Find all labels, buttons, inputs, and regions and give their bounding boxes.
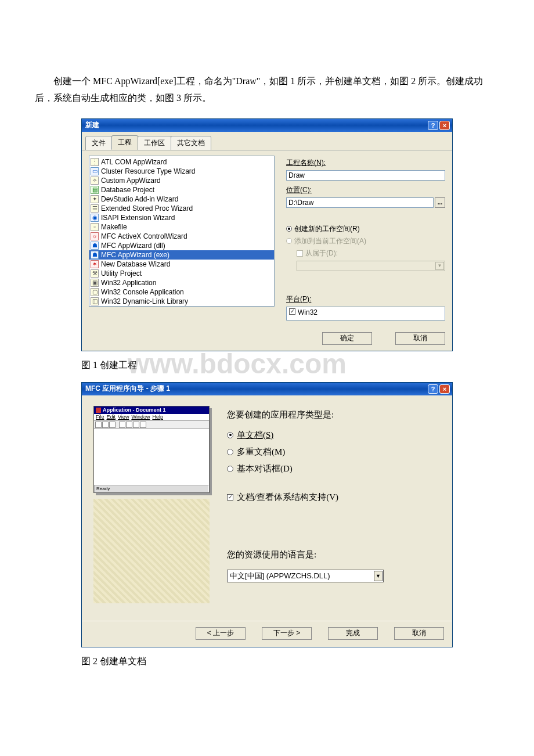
location-input[interactable]: D:\Draw — [286, 197, 434, 208]
back-button[interactable]: < 上一步 — [196, 627, 246, 640]
list-item: ◉ISAPI Extension Wizard — [89, 213, 274, 222]
dependency-dropdown: ▼ — [297, 261, 445, 271]
close-button[interactable]: × — [439, 384, 450, 394]
platform-label: 平台(P): — [286, 294, 445, 304]
list-item: ⚒Utility Project — [89, 269, 274, 278]
list-item: ☼MFC ActiveX ControlWizard — [89, 232, 274, 241]
mfc-wizard-dialog: MFC 应用程序向导 - 步骤 1 ? × Application - Docu… — [81, 382, 453, 647]
tab-other[interactable]: 其它文档 — [171, 136, 211, 150]
preview-titlebar: Application - Document 1 — [94, 406, 209, 414]
chevron-down-icon: ▼ — [435, 262, 444, 270]
dlg2-titlebar: MFC 应用程序向导 - 步骤 1 ? × — [82, 383, 452, 395]
dlg1-titlebar: 新建 ? × — [82, 119, 452, 132]
close-button[interactable]: × — [439, 121, 450, 130]
project-name-input[interactable]: Draw — [286, 170, 445, 181]
list-item: ◧Win32 Static Library — [89, 306, 274, 307]
radio-icon — [227, 449, 233, 455]
cancel-button[interactable]: 取消 — [395, 332, 445, 345]
radio-icon — [286, 238, 292, 244]
radio-icon — [227, 466, 233, 472]
checkbox-dependency: 从属于(D): — [286, 249, 445, 258]
list-item: ☰Extended Stored Proc Wizard — [89, 204, 274, 213]
figure1-caption: 图 1 创建工程 — [81, 359, 499, 372]
figure2-caption: 图 2 创建单文档 — [81, 656, 499, 668]
preview-menu: File Edit View Window Help — [94, 414, 209, 421]
dlg1-tabs: 文件 工程 工作区 其它文档 — [82, 132, 452, 150]
preview-hatch — [93, 499, 210, 603]
chevron-down-icon: ▼ — [374, 571, 383, 581]
checkbox-icon — [289, 308, 295, 315]
finish-button[interactable]: 完成 — [328, 627, 378, 640]
preview-toolbar — [94, 421, 209, 429]
browse-button[interactable]: ... — [435, 197, 445, 208]
radio-multi-doc[interactable]: 多重文档(M) — [227, 447, 441, 458]
intro-text: 创建一个 MFC AppWizard[exe]工程，命名为"Draw"，如图 1… — [35, 73, 499, 107]
checkbox-docview-support[interactable]: 文档/查看体系结构支持(V) — [227, 492, 441, 503]
app-type-question: 您要创建的应用程序类型是: — [227, 409, 441, 420]
radio-icon — [286, 226, 292, 232]
platform-list[interactable]: Win32 — [286, 307, 445, 321]
help-button[interactable]: ? — [428, 121, 438, 130]
radio-dialog-based[interactable]: 基本对话框(D) — [227, 463, 441, 474]
list-item: ✦DevStudio Add-in Wizard — [89, 195, 274, 204]
preview-window: Application - Document 1 File Edit View … — [93, 406, 210, 493]
checkbox-icon — [297, 250, 303, 257]
dlg2-title: MFC 应用程序向导 - 步骤 1 — [85, 384, 427, 394]
location-label: 位置(C): — [286, 185, 445, 195]
ok-button[interactable]: 确定 — [322, 332, 372, 345]
tab-project[interactable]: 工程 — [111, 135, 138, 150]
tab-file[interactable]: 文件 — [85, 136, 112, 150]
tab-workspace[interactable]: 工作区 — [138, 136, 171, 150]
radio-add-workspace: 添加到当前工作空间(A) — [286, 236, 445, 246]
project-name-label: 工程名称(N): — [286, 158, 445, 168]
radio-new-workspace[interactable]: 创建新的工作空间(R) — [286, 224, 445, 234]
list-item: ▤Database Project — [89, 185, 274, 195]
list-item: ✧Custom AppWizard — [89, 176, 274, 185]
list-item: ☗MFC AppWizard (dll) — [89, 241, 274, 250]
new-project-dialog: 新建 ? × 文件 工程 工作区 其它文档 ⋮ATL COM AppWizard… — [81, 118, 453, 351]
preview-pane: Application - Document 1 File Edit View … — [93, 406, 210, 603]
list-item-selected: ☗MFC AppWizard (exe) — [89, 250, 274, 260]
radio-icon — [227, 432, 233, 438]
list-item: ▭Cluster Resource Type Wizard — [89, 167, 274, 176]
project-type-list[interactable]: ⋮ATL COM AppWizard ▭Cluster Resource Typ… — [89, 156, 275, 307]
list-item: ▣Win32 Application — [89, 278, 274, 287]
preview-statusbar: Ready — [94, 485, 209, 492]
list-item: ◫Win32 Dynamic-Link Library — [89, 297, 274, 306]
list-item: ⋮ATL COM AppWizard — [89, 157, 274, 167]
list-item: ✶New Database Wizard — [89, 260, 274, 269]
language-dropdown[interactable]: 中文[中国] (APPWZCHS.DLL) ▼ — [227, 570, 384, 582]
dlg1-title: 新建 — [85, 120, 427, 130]
next-button[interactable]: 下一步 > — [262, 627, 312, 640]
checkbox-icon — [227, 494, 233, 501]
help-button[interactable]: ? — [428, 384, 438, 394]
radio-single-doc[interactable]: 单文档(S) — [227, 430, 441, 441]
list-item: ▫Makefile — [89, 222, 274, 232]
language-question: 您的资源使用的语言是: — [227, 549, 441, 560]
cancel-button[interactable]: 取消 — [394, 627, 444, 640]
list-item: ▢Win32 Console Application — [89, 287, 274, 297]
